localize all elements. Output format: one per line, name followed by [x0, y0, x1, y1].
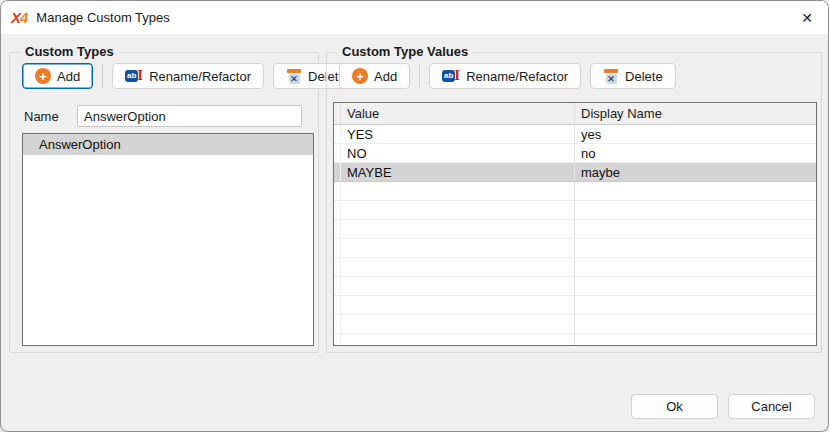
custom-type-values-toolbar: + Add ab I Rename/Refactor ✕ Delete — [339, 63, 676, 89]
row-header-strip — [334, 103, 341, 124]
rename-icon: ab I — [125, 68, 143, 84]
row-header-strip — [334, 296, 341, 314]
cell-display-name[interactable] — [574, 239, 816, 257]
cell-value[interactable] — [341, 258, 574, 276]
values-table-body[interactable]: YESyesNOnoMAYBEmaybe — [334, 125, 816, 345]
ok-button[interactable]: Ok — [631, 394, 718, 419]
custom-type-values-group-title: Custom Type Values — [337, 44, 473, 59]
name-row: Name — [24, 105, 302, 127]
table-row-empty[interactable] — [334, 315, 816, 334]
table-row[interactable]: YESyes — [334, 125, 816, 144]
cell-value[interactable] — [341, 334, 574, 345]
delete-button-label: Delete — [625, 69, 663, 84]
toolbar-separator — [102, 64, 103, 88]
logo-4: 4 — [20, 9, 27, 26]
delete-icon-bar — [287, 69, 301, 73]
rename-button-label: Rename/Refactor — [149, 69, 251, 84]
row-header-strip — [334, 144, 341, 162]
rename-icon-cursor: I — [454, 67, 460, 84]
add-button-label: Add — [57, 69, 80, 84]
values-table-header: Value Display Name — [334, 103, 816, 125]
column-header-value[interactable]: Value — [341, 103, 574, 124]
values-table: Value Display Name YESyesNOnoMAYBEmaybe — [333, 102, 817, 346]
add-icon: + — [352, 68, 368, 84]
table-row-empty[interactable] — [334, 201, 816, 220]
row-header-strip — [334, 125, 341, 143]
table-row-empty[interactable] — [334, 239, 816, 258]
table-row-empty[interactable] — [334, 220, 816, 239]
rename-icon-ab: ab — [442, 70, 455, 82]
custom-type-values-group: Custom Type Values + Add ab I Rename/Ref… — [326, 52, 822, 353]
title-bar: X 4 Manage Custom Types ✕ — [1, 1, 828, 34]
cell-display-name[interactable] — [574, 220, 816, 238]
cell-display-name[interactable] — [574, 182, 816, 200]
custom-types-rename-button[interactable]: ab I Rename/Refactor — [112, 63, 264, 89]
close-icon[interactable]: ✕ — [786, 1, 828, 34]
values-rename-button[interactable]: ab I Rename/Refactor — [429, 63, 581, 89]
add-icon: + — [35, 68, 51, 84]
row-header-strip — [334, 182, 341, 200]
delete-icon: ✕ — [603, 68, 619, 84]
row-header-strip — [334, 258, 341, 276]
row-header-strip — [334, 239, 341, 257]
delete-icon-bar — [604, 69, 618, 73]
rename-button-label: Rename/Refactor — [466, 69, 568, 84]
cell-display-name[interactable]: no — [574, 144, 816, 162]
table-row[interactable]: NOno — [334, 144, 816, 163]
custom-types-group: Custom Types + Add ab I Rename/Refactor … — [9, 52, 319, 353]
name-label: Name — [24, 109, 77, 124]
delete-icon-x: ✕ — [289, 74, 300, 84]
cell-display-name[interactable] — [574, 258, 816, 276]
toolbar-separator — [419, 64, 420, 88]
logo-x: X — [11, 9, 20, 26]
cancel-button[interactable]: Cancel — [728, 394, 815, 419]
cell-value[interactable]: MAYBE — [341, 163, 574, 181]
delete-icon: ✕ — [286, 68, 302, 84]
custom-types-group-title: Custom Types — [20, 44, 119, 59]
add-button-label: Add — [374, 69, 397, 84]
cell-value[interactable] — [341, 220, 574, 238]
row-header-strip — [334, 315, 341, 333]
app-logo-icon: X 4 — [11, 9, 27, 26]
cell-display-name[interactable] — [574, 296, 816, 314]
cell-display-name[interactable]: yes — [574, 125, 816, 143]
row-header-strip — [334, 220, 341, 238]
cell-value[interactable] — [341, 296, 574, 314]
cell-value[interactable] — [341, 182, 574, 200]
cell-value[interactable] — [341, 315, 574, 333]
delete-icon-x: ✕ — [606, 74, 617, 84]
custom-types-list[interactable]: AnswerOption — [22, 133, 314, 346]
values-delete-button[interactable]: ✕ Delete — [590, 63, 676, 89]
cell-display-name[interactable] — [574, 201, 816, 219]
cell-value[interactable]: NO — [341, 144, 574, 162]
cell-display-name[interactable] — [574, 277, 816, 295]
window-title: Manage Custom Types — [36, 10, 169, 25]
cell-value[interactable] — [341, 239, 574, 257]
cell-display-name[interactable]: maybe — [574, 163, 816, 181]
row-header-strip — [334, 201, 341, 219]
row-header-strip — [334, 334, 341, 345]
cell-value[interactable]: YES — [341, 125, 574, 143]
table-row-empty[interactable] — [334, 182, 816, 201]
table-row-empty[interactable] — [334, 296, 816, 315]
cell-display-name[interactable] — [574, 334, 816, 345]
list-item[interactable]: AnswerOption — [23, 134, 313, 155]
row-header-strip — [334, 163, 341, 181]
custom-types-toolbar: + Add ab I Rename/Refactor ✕ Delete — [22, 63, 359, 89]
values-add-button[interactable]: + Add — [339, 63, 410, 89]
table-row-empty[interactable] — [334, 258, 816, 277]
table-row-empty[interactable] — [334, 334, 816, 345]
rename-icon-cursor: I — [137, 67, 143, 84]
rename-icon: ab I — [442, 68, 460, 84]
row-header-strip — [334, 277, 341, 295]
manage-custom-types-dialog: X 4 Manage Custom Types ✕ Custom Types +… — [0, 0, 829, 432]
cell-value[interactable] — [341, 277, 574, 295]
column-header-display-name[interactable]: Display Name — [574, 103, 816, 124]
cell-display-name[interactable] — [574, 315, 816, 333]
name-input[interactable] — [77, 105, 302, 127]
table-row[interactable]: MAYBEmaybe — [334, 163, 816, 182]
rename-icon-ab: ab — [125, 70, 138, 82]
cell-value[interactable] — [341, 201, 574, 219]
table-row-empty[interactable] — [334, 277, 816, 296]
custom-types-add-button[interactable]: + Add — [22, 63, 93, 89]
